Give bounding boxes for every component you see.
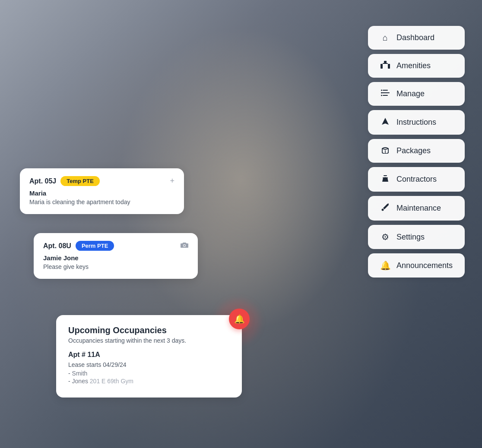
svg-rect-2 <box>383 63 388 64</box>
nav-item-amenities[interactable]: Amenities <box>368 54 465 78</box>
card2-camera-icon[interactable] <box>181 241 188 250</box>
card-apt-08u: Apt. 08U Perm PTE Jamie Jone Please give… <box>34 233 198 279</box>
nav-label-announcements: Announcements <box>396 261 453 270</box>
nav-label-dashboard: Dashboard <box>396 33 434 42</box>
maintenance-icon <box>380 203 390 214</box>
nav-item-settings[interactable]: ⚙ Settings <box>368 225 465 249</box>
svg-rect-4 <box>383 90 388 91</box>
card1-apt-label: Apt. 05J <box>29 177 56 185</box>
occupancy-tenant-2-detail: 201 E 69th Gym <box>90 378 133 385</box>
occupancy-tenant-2: - Jones 201 E 69th Gym <box>68 378 230 385</box>
nav-sidebar: ⌂ Dashboard Amenities Manage <box>368 26 465 278</box>
svg-point-12 <box>381 209 384 211</box>
svg-point-9 <box>381 95 382 96</box>
nav-label-instructions: Instructions <box>396 118 436 127</box>
card2-name: Jamie Jone <box>43 254 188 262</box>
nav-label-contractors: Contractors <box>396 175 437 184</box>
occupancy-apt-number: Apt # 11A <box>68 351 230 359</box>
occupancy-subtitle: Occupancies starting within the next 3 d… <box>68 337 230 344</box>
settings-icon: ⚙ <box>380 232 390 242</box>
bell-button[interactable]: 🔔 <box>229 309 250 329</box>
nav-item-dashboard[interactable]: ⌂ Dashboard <box>368 26 465 50</box>
nav-label-amenities: Amenities <box>396 61 431 70</box>
card1-add-icon[interactable]: + <box>170 177 174 186</box>
svg-point-8 <box>381 92 382 94</box>
svg-rect-1 <box>388 64 390 69</box>
card-upcoming-occupancies: Upcoming Occupancies Occupancies startin… <box>56 315 242 398</box>
nav-label-manage: Manage <box>396 89 425 98</box>
nav-item-contractors[interactable]: Contractors <box>368 167 465 192</box>
occupancy-title: Upcoming Occupancies <box>68 325 230 335</box>
home-icon: ⌂ <box>380 33 390 43</box>
card-apt-05j: Apt. 05J Temp PTE + Maria Maria is clean… <box>20 168 184 214</box>
card2-badge: Perm PTE <box>76 241 114 251</box>
bell-icon: 🔔 <box>234 314 245 324</box>
card1-badge: Temp PTE <box>60 176 100 186</box>
amenities-icon <box>380 61 390 71</box>
occupancy-tenant-1: - Smith <box>68 370 230 377</box>
svg-rect-6 <box>383 95 388 96</box>
manage-icon <box>380 89 390 99</box>
nav-label-settings: Settings <box>396 233 425 242</box>
svg-point-14 <box>184 245 185 246</box>
occupancy-lease-starts: Lease starts 04/29/24 <box>68 361 230 368</box>
card1-name: Maria <box>29 189 174 197</box>
svg-point-7 <box>381 90 382 91</box>
svg-rect-3 <box>384 61 387 63</box>
nav-item-maintenance[interactable]: Maintenance <box>368 196 465 221</box>
nav-item-announcements[interactable]: 🔔 Announcements <box>368 253 465 278</box>
announcements-icon: 🔔 <box>380 260 390 271</box>
nav-label-packages: Packages <box>396 146 431 155</box>
nav-label-maintenance: Maintenance <box>396 204 441 213</box>
card2-apt-label: Apt. 08U <box>43 242 71 250</box>
svg-rect-0 <box>381 64 383 69</box>
svg-rect-10 <box>384 175 387 176</box>
card2-description: Please give keys <box>43 263 188 270</box>
nav-item-packages[interactable]: Packages <box>368 139 465 163</box>
contractors-icon <box>380 174 390 185</box>
instructions-icon <box>380 117 390 128</box>
svg-rect-11 <box>383 177 388 178</box>
packages-icon <box>380 146 390 156</box>
nav-item-instructions[interactable]: Instructions <box>368 110 465 135</box>
card1-description: Maria is cleaning the apartment today <box>29 199 174 205</box>
nav-item-manage[interactable]: Manage <box>368 82 465 106</box>
